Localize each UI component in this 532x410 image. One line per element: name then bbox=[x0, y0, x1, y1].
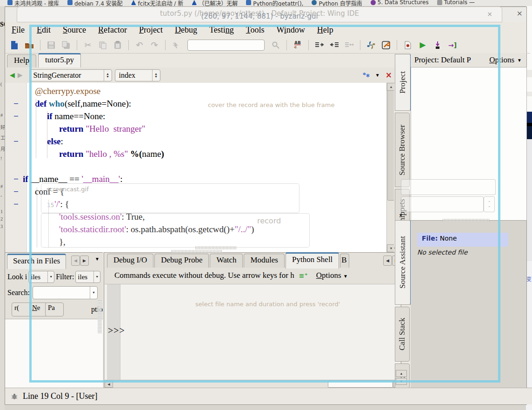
nav-back-icon[interactable]: ◀ bbox=[10, 71, 15, 79]
menu-project[interactable]: Project bbox=[139, 25, 163, 35]
menu-edit[interactable]: Edit bbox=[37, 25, 51, 35]
project-file-list[interactable] bbox=[411, 67, 527, 221]
tab-search-in-files[interactable]: Search in Files bbox=[7, 254, 66, 269]
tool-tab-debug-i-o[interactable]: Debug I/O bbox=[107, 254, 153, 268]
menu-window[interactable]: Window bbox=[277, 25, 305, 35]
open-file-icon[interactable] bbox=[24, 40, 35, 51]
menu-testing[interactable]: Testing bbox=[209, 25, 234, 35]
search-buttons-row: ptions r(NePa bbox=[5, 302, 103, 316]
scrollbar-thumb[interactable] bbox=[328, 381, 393, 388]
fold-marker-icon[interactable]: − bbox=[13, 198, 19, 210]
tool-tab-call-stack[interactable]: Call Stack bbox=[395, 307, 410, 362]
combo-arrow-icon[interactable]: ▼ bbox=[90, 287, 97, 299]
bookmark-item[interactable]: Python 自学指南 bbox=[312, 0, 362, 6]
tool-tab-debug-probe[interactable]: Debug Probe bbox=[154, 254, 209, 268]
bookmark-item[interactable]: Tutorials — bbox=[437, 0, 475, 6]
bug-icon[interactable] bbox=[11, 393, 18, 400]
chevron-down-icon[interactable]: ▼ bbox=[375, 73, 380, 78]
fold-marker-icon[interactable]: − bbox=[13, 135, 19, 148]
project-options-button[interactable]: Options▼ bbox=[489, 55, 522, 65]
breakpoint-icon[interactable] bbox=[402, 40, 413, 51]
panel-scroll-handle[interactable] bbox=[98, 301, 102, 333]
menu-file[interactable]: File bbox=[12, 25, 25, 35]
look-in-combo[interactable]: iles ▼ bbox=[28, 271, 54, 283]
scroll-left-icon[interactable]: ◀ bbox=[105, 381, 113, 388]
tool-tab-modules[interactable]: Modules bbox=[244, 254, 285, 268]
bg-glyph: 2 bbox=[0, 216, 3, 222]
editor-tab-help[interactable]: Help bbox=[7, 54, 36, 69]
python-shell-icon[interactable] bbox=[366, 40, 377, 51]
combo-arrow-icon[interactable]: ▼ bbox=[47, 271, 54, 282]
scope-combo[interactable]: StringGenerator ▲▼ bbox=[29, 69, 112, 81]
browser-bookmarks-bar[interactable]: 未鸿共鸿观 - 搜库debian 7.4 安装配fcitx无法启动 / 新（已解… bbox=[0, 0, 532, 7]
menu-debug[interactable]: Debug bbox=[175, 25, 197, 35]
code-editor[interactable]: @cherrypy.expose−def who(self,name=None)… bbox=[5, 83, 394, 252]
shell-hscrollbar[interactable]: ◀ ▶ bbox=[105, 380, 400, 388]
menu-refactor[interactable]: Refactor bbox=[98, 25, 127, 35]
spinner-icon[interactable]: ▲▼ bbox=[104, 70, 112, 81]
shell-options-button[interactable]: Options ▼ bbox=[316, 271, 348, 280]
editor-vscrollbar[interactable]: ▲ ▼ bbox=[386, 83, 394, 252]
next-tool-icon[interactable]: ▶ bbox=[80, 255, 89, 266]
search-input[interactable]: ▼ bbox=[33, 286, 98, 299]
tool-tab-source-browser[interactable]: Source Browser bbox=[395, 113, 410, 187]
close-editor-icon[interactable]: × bbox=[386, 70, 392, 80]
toolbar-separator bbox=[77, 40, 77, 50]
toggle-case-search-icon[interactable]: ABᴄ̶ bbox=[292, 40, 303, 51]
search-button-2[interactable]: Pa bbox=[45, 302, 64, 316]
tool-tab-project[interactable]: Project bbox=[395, 54, 412, 111]
toolbar-separator bbox=[128, 40, 129, 50]
bookmark-item[interactable]: Python的getattr(), bbox=[246, 0, 303, 6]
byzanz-titlebar[interactable]: tutor5.py (/home/gaoy/qttest) - Default … bbox=[17, 7, 502, 22]
indent-right-icon[interactable] bbox=[314, 40, 325, 51]
panel-menu-icon[interactable]: ▼ bbox=[95, 256, 100, 262]
configure-icon[interactable] bbox=[380, 40, 392, 51]
bookmark-item[interactable]: （已解决）无解 bbox=[192, 0, 238, 6]
spinner-icon[interactable]: ▲▼ bbox=[152, 70, 160, 81]
fold-marker-icon[interactable]: − bbox=[13, 97, 19, 110]
close-icon[interactable]: × bbox=[517, 9, 523, 18]
save-icon bbox=[46, 40, 57, 51]
nav-forward-icon[interactable]: ▶ bbox=[18, 71, 23, 79]
tool-tab-python-shell[interactable]: Python Shell bbox=[286, 252, 339, 269]
bookmark-item[interactable]: fcitx无法启动 / 新 bbox=[131, 0, 184, 6]
menu-source[interactable]: Source bbox=[63, 25, 86, 35]
fold-marker-icon[interactable]: − bbox=[13, 185, 19, 198]
toolbar-search-input[interactable] bbox=[187, 40, 265, 51]
fold-marker-icon[interactable]: − bbox=[13, 110, 19, 122]
tool-tab-b[interactable]: B bbox=[340, 254, 349, 268]
menu-tools[interactable]: Tools bbox=[246, 25, 265, 35]
fold-marker-icon[interactable]: − bbox=[13, 173, 19, 185]
search-results-area[interactable] bbox=[5, 319, 103, 389]
scroll-down-icon[interactable]: ▼ bbox=[387, 244, 394, 252]
tabs-scroll-left-icon[interactable]: ◀ bbox=[383, 255, 392, 266]
scroll-up-icon[interactable]: ▲ bbox=[387, 83, 394, 91]
indent-left-icon[interactable] bbox=[329, 40, 340, 51]
python-shell-content[interactable]: >>> bbox=[105, 284, 400, 380]
run-icon[interactable]: ▶ bbox=[417, 40, 428, 51]
tool-tab-watch[interactable]: Watch bbox=[210, 254, 243, 268]
prev-tool-icon[interactable]: ◀ bbox=[71, 255, 80, 266]
bookmark-item[interactable]: debian 7.4 安装配 bbox=[67, 0, 123, 6]
history-icon[interactable]: ≡⁺ bbox=[299, 272, 308, 279]
code-line bbox=[5, 160, 394, 173]
code-line: −if name==None: bbox=[5, 110, 394, 122]
tabs-down-icon[interactable]: ▼ bbox=[396, 378, 407, 385]
sparkle-icon[interactable]: *⁎ bbox=[363, 71, 370, 79]
bookmark-item[interactable]: 未鸿共鸿观 - 搜库 bbox=[7, 0, 59, 6]
more-tabs-icon[interactable]: ▼ bbox=[399, 213, 403, 218]
filter-combo[interactable]: iles ▼ bbox=[75, 271, 100, 283]
stop-debug-icon[interactable] bbox=[432, 40, 443, 51]
menu-help[interactable]: Help bbox=[317, 25, 333, 35]
tool-tab-source-assistant[interactable]: Source Assistant bbox=[395, 220, 412, 305]
scrollbar-thumb[interactable] bbox=[387, 90, 394, 201]
combo-arrow-icon[interactable]: ▼ bbox=[93, 271, 100, 282]
step-into-icon[interactable]: →] bbox=[447, 40, 458, 51]
source-assistant-file-row: File: None bbox=[417, 233, 508, 247]
new-file-icon[interactable] bbox=[9, 40, 20, 51]
bookmark-item[interactable]: 5. Data Structures bbox=[371, 0, 429, 6]
symbol-combo[interactable]: index ▲▼ bbox=[115, 69, 160, 81]
fcitx-icon bbox=[192, 0, 197, 5]
close-icon[interactable]: × bbox=[487, 10, 492, 18]
tabs-up-icon[interactable]: ▲ bbox=[396, 370, 407, 377]
